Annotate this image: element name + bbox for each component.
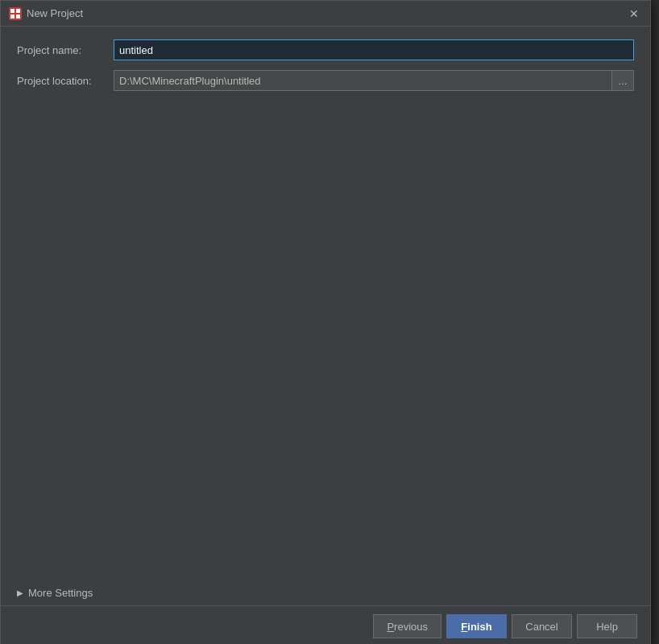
cancel-button[interactable]: Cancel bbox=[512, 614, 572, 638]
browse-button[interactable]: ... bbox=[611, 70, 634, 91]
close-button[interactable]: ✕ bbox=[626, 6, 642, 22]
svg-rect-3 bbox=[10, 14, 15, 19]
previous-label: Previous bbox=[387, 621, 428, 633]
new-project-dialog: New Project ✕ Project name: Project loca… bbox=[0, 0, 651, 644]
svg-rect-1 bbox=[10, 9, 15, 13]
title-bar: New Project ✕ bbox=[1, 1, 650, 27]
project-location-label: Project location: bbox=[17, 75, 114, 87]
dialog-body: Project name: Project location: ... bbox=[1, 27, 650, 580]
dialog-title: New Project bbox=[27, 7, 83, 19]
more-settings-row[interactable]: ▶ More Settings bbox=[1, 580, 650, 605]
project-name-row: Project name: bbox=[17, 39, 634, 60]
svg-rect-4 bbox=[16, 14, 20, 19]
more-settings-label: More Settings bbox=[28, 587, 93, 599]
previous-button[interactable]: Previous bbox=[373, 614, 441, 638]
dialog-footer: Previous Finish Cancel Help bbox=[1, 605, 650, 644]
finish-button[interactable]: Finish bbox=[446, 614, 507, 638]
finish-label: Finish bbox=[461, 621, 491, 633]
expand-triangle-icon: ▶ bbox=[17, 588, 23, 597]
title-bar-left: New Project bbox=[9, 7, 83, 20]
project-location-input[interactable] bbox=[114, 70, 611, 91]
location-input-group: ... bbox=[114, 70, 634, 91]
dialog-wrapper: New Project ✕ Project name: Project loca… bbox=[0, 0, 659, 644]
app-icon bbox=[9, 7, 22, 20]
help-button[interactable]: Help bbox=[577, 614, 637, 638]
svg-rect-2 bbox=[16, 9, 20, 13]
project-name-input[interactable] bbox=[114, 39, 634, 60]
project-location-row: Project location: ... bbox=[17, 70, 634, 91]
project-name-label: Project name: bbox=[17, 44, 114, 56]
dialog-spacer bbox=[17, 101, 634, 568]
